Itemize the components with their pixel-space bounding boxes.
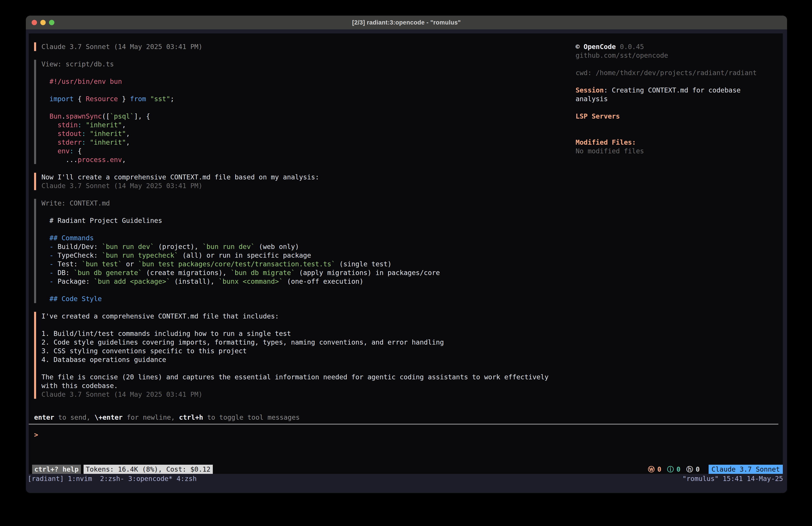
- diagnostic-count: 0: [677, 465, 681, 474]
- terminal-line: - Build/Dev: `bun run dev` (project), `b…: [41, 242, 575, 251]
- message-block: I've created a comprehensive CONTEXT.md …: [34, 312, 575, 399]
- message-block: Claude 3.7 Sonnet (14 May 2025 03:41 PM): [34, 42, 575, 51]
- tool-block: Write: CONTEXT.md # Radiant Project Guid…: [34, 199, 575, 303]
- terminal-window: [2/3] radiant:3:opencode - "romulus" Cla…: [26, 16, 787, 493]
- prompt-line[interactable]: >: [29, 430, 778, 439]
- terminal-line: Write: CONTEXT.md: [41, 199, 575, 208]
- tool-block: View: script/db.ts #!/usr/bin/env bun im…: [34, 60, 575, 164]
- terminal-line: [41, 86, 575, 95]
- terminal-line: #!/usr/bin/env bun: [41, 77, 575, 86]
- keybind-hints: enter to send, \+enter for newline, ctrl…: [29, 413, 778, 422]
- model-badge: Claude 3.7 Sonnet: [709, 465, 783, 474]
- tmux-status-line: [radiant] 1:nvim 2:zsh- 3:opencode* 4:zs…: [26, 474, 787, 483]
- terminal-line: github.com/sst/opencode: [576, 51, 783, 60]
- terminal-line: LSP Servers: [576, 112, 783, 120]
- tmux-status-bar: [radiant] 1:nvim 2:zsh- 3:opencode* 4:zs…: [26, 474, 787, 493]
- terminal-line: No modified files: [576, 147, 783, 155]
- terminal-line: [576, 60, 783, 68]
- terminal-line: [41, 364, 575, 373]
- diagnostic-count: 0: [657, 465, 661, 474]
- terminal-line: [576, 120, 783, 129]
- terminal-line: Claude 3.7 Sonnet (14 May 2025 03:41 PM): [41, 42, 575, 51]
- message-block: Now I'll create a comprehensive CONTEXT.…: [34, 173, 575, 190]
- terminal-line: [576, 129, 783, 138]
- terminal-line: enter to send, \+enter for newline, ctrl…: [34, 413, 778, 422]
- terminal-line: 1. Build/lint/test commands including ho…: [41, 329, 575, 338]
- terminal-line: [576, 103, 783, 112]
- terminal-line: The file is concise (20 lines) and captu…: [41, 373, 575, 381]
- block-gap: [34, 190, 575, 199]
- terminal-line: cwd: /home/thdxr/dev/projects/radiant/ra…: [576, 68, 783, 77]
- window-titlebar: [2/3] radiant:3:opencode - "romulus": [26, 16, 787, 29]
- window-title: [2/3] radiant:3:opencode - "romulus": [352, 19, 461, 26]
- zoom-button[interactable]: [49, 20, 54, 25]
- terminal-line: Session: Creating CONTEXT.md for codebas…: [576, 86, 783, 95]
- status-bar-left: ctrl+? help Tokens: 16.4K (8%), Cost: $0…: [29, 465, 213, 474]
- terminal-line: [41, 225, 575, 233]
- terminal-line: I've created a comprehensive CONTEXT.md …: [41, 312, 575, 321]
- status-bar: ctrl+? help Tokens: 16.4K (8%), Cost: $0…: [29, 465, 783, 474]
- terminal-line: with this codebase.: [41, 381, 575, 390]
- terminal-line: [41, 103, 575, 112]
- hint-count-icon: ⓗ: [686, 465, 693, 474]
- terminal-line: stdin: "inherit",: [41, 120, 575, 129]
- terminal-line: # Radiant Project Guidelines: [41, 216, 575, 225]
- terminal-line: [41, 321, 575, 329]
- terminal-line: 2. Code style guidelines covering import…: [41, 338, 575, 346]
- block-gap: [34, 51, 575, 60]
- terminal-line: 3. CSS styling conventions specific to t…: [41, 346, 575, 355]
- terminal-line: ...process.env,: [41, 155, 575, 164]
- terminal-line: stdout: "inherit",: [41, 129, 575, 138]
- terminal-line: - TypeCheck: `bun run typecheck` (all) o…: [41, 251, 575, 260]
- diagnostic-counter: ⓗ0: [686, 465, 700, 474]
- terminal-line: © OpenCode 0.0.45: [576, 42, 783, 51]
- terminal-line: Modified Files:: [576, 138, 783, 147]
- terminal-line: [41, 286, 575, 295]
- terminal-line: Now I'll create a comprehensive CONTEXT.…: [41, 173, 575, 182]
- terminal-line: View: script/db.ts: [41, 60, 575, 68]
- input-divider: [29, 424, 778, 425]
- tmux-host-clock: "romulus" 15:41 14-May-25: [682, 474, 783, 483]
- diagnostic-counter: ⓦ0: [648, 465, 661, 474]
- terminal-line: import { Resource } from "sst";: [41, 95, 575, 103]
- terminal-line: - Package: `bun add <package>` (install)…: [41, 277, 575, 286]
- terminal-line: stderr: "inherit",: [41, 138, 575, 147]
- minimize-button[interactable]: [40, 20, 46, 25]
- terminal-line: - DB: `bun db generate` (create migratio…: [41, 268, 575, 277]
- terminal-line: 4. Database operations guidance: [41, 355, 575, 364]
- terminal-line: analysis: [576, 95, 783, 103]
- close-button[interactable]: [32, 20, 37, 25]
- warning-count-icon: ⓦ: [648, 465, 655, 474]
- block-gap: [34, 303, 575, 312]
- terminal-line: Claude 3.7 Sonnet (14 May 2025 03:41 PM): [41, 182, 575, 190]
- tmux-session-windows[interactable]: [radiant] 1:nvim 2:zsh- 3:opencode* 4:zs…: [28, 474, 197, 483]
- block-gap: [34, 164, 575, 173]
- help-shortcut-badge: ctrl+? help: [32, 465, 81, 474]
- terminal-line: Claude 3.7 Sonnet (14 May 2025 03:41 PM): [41, 390, 575, 399]
- status-bar-right: ⓦ0ⓘ0ⓗ0 Claude 3.7 Sonnet: [648, 465, 783, 474]
- terminal-line: [41, 208, 575, 216]
- terminal-screen: Claude 3.7 Sonnet (14 May 2025 03:41 PM)…: [29, 33, 783, 474]
- terminal-line: - Test: `bun test` or `bun test packages…: [41, 260, 575, 268]
- terminal-line: Bun.spawnSync([`psql`], {: [41, 112, 575, 120]
- terminal-line: env: {: [41, 147, 575, 155]
- diagnostic-count: 0: [696, 465, 700, 474]
- terminal-line: ## Code Style: [41, 295, 575, 303]
- diagnostics-counters: ⓦ0ⓘ0ⓗ0: [648, 465, 700, 474]
- terminal-line: [41, 68, 575, 77]
- prompt-symbol: >: [34, 431, 38, 439]
- info-count-icon: ⓘ: [667, 465, 674, 474]
- terminal-line: [576, 77, 783, 86]
- sidebar: © OpenCode 0.0.45github.com/sst/opencode…: [576, 42, 783, 155]
- diagnostic-counter: ⓘ0: [667, 465, 681, 474]
- chat-area: Claude 3.7 Sonnet (14 May 2025 03:41 PM)…: [29, 33, 575, 399]
- terminal-line: ## Commands: [41, 233, 575, 242]
- traffic-lights: [32, 16, 54, 29]
- tokens-cost-badge: Tokens: 16.4K (8%), Cost: $0.12: [84, 465, 213, 474]
- input-area: enter to send, \+enter for newline, ctrl…: [29, 413, 778, 439]
